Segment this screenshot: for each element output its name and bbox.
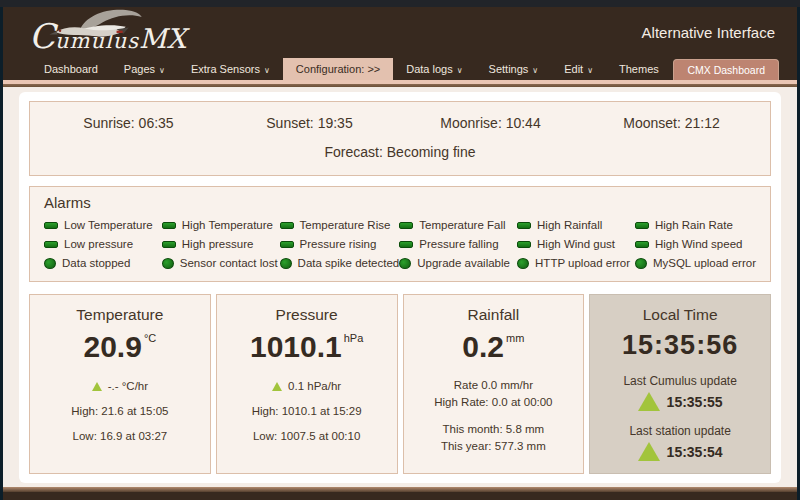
alarm-data-stopped: Data stopped — [44, 257, 162, 269]
led-round-icon — [162, 258, 174, 269]
moonrise-value: Moonrise: 10:44 — [400, 115, 581, 131]
temperature-card-title: Temperature — [36, 306, 204, 324]
led-bar-icon — [635, 241, 649, 248]
alarm-mysql-upload-error: MySQL upload error — [635, 257, 756, 269]
alarm-temperature-rise: Temperature Rise — [280, 219, 400, 231]
cmx-dashboard-button[interactable]: CMX Dashboard — [673, 59, 779, 80]
temperature-trend-text: -.- °C/hr — [108, 380, 148, 392]
nav-item-dashboard[interactable]: Dashboard — [31, 58, 111, 80]
chevron-down-icon: ∨ — [457, 66, 463, 75]
main-area: Sunrise: 06:35 Sunset: 19:35 Moonrise: 1… — [3, 87, 797, 487]
rainfall-unit: mm — [506, 332, 524, 344]
led-bar-icon — [280, 241, 294, 248]
alarm-label: Temperature Fall — [419, 219, 505, 231]
temperature-trend: -.- °C/hr — [36, 380, 204, 392]
alarm-label: High Rainfall — [537, 219, 602, 231]
alarm-label: Data stopped — [62, 257, 130, 269]
rainfall-year: This year: 577.3 mm — [410, 440, 578, 452]
sunrise-label: Sunrise: — [83, 115, 134, 131]
moonset-time: 21:12 — [685, 115, 720, 131]
led-bar-icon — [44, 241, 58, 248]
alarm-temperature-fall: Temperature Fall — [399, 219, 517, 231]
alarms-panel: Alarms Low Temperature High Temperature … — [29, 186, 771, 282]
alarm-label: High Temperature — [182, 219, 273, 231]
sunrise-value: Sunrise: 06:35 — [38, 115, 219, 131]
temperature-number: 20.9 — [84, 330, 142, 363]
alarm-high-wind-gust: High Wind gust — [517, 238, 635, 250]
last-station-update-row: 15:35:54 — [596, 442, 764, 461]
led-round-icon — [280, 258, 292, 269]
alarm-pressure-falling: Pressure falling — [399, 238, 517, 250]
alarm-low-temperature: Low Temperature — [44, 219, 162, 231]
pressure-card: Pressure 1010.1hPa 0.1 hPa/hr High: 1010… — [216, 294, 398, 474]
rainfall-card-title: Rainfall — [410, 306, 578, 324]
alarm-data-spike-detected: Data spike detected — [280, 257, 400, 269]
temperature-high: High: 21.6 at 15:05 — [36, 405, 204, 417]
alarm-label: Upgrade available — [417, 257, 510, 269]
led-bar-icon — [399, 241, 413, 248]
nav-label: Configuration: >> — [296, 63, 380, 75]
led-round-icon — [635, 258, 647, 269]
alarm-high-rainfall: High Rainfall — [517, 219, 635, 231]
alarms-title: Alarms — [44, 194, 756, 211]
alarm-label: Sensor contact lost — [180, 257, 278, 269]
chevron-down-icon: ∨ — [587, 66, 593, 75]
local-time-card: Local Time 15:35:56 Last Cumulus update … — [589, 294, 771, 474]
last-cumulus-update-time: 15:35:55 — [667, 394, 723, 410]
alarm-high-temperature: High Temperature — [162, 219, 280, 231]
nav-label: Themes — [619, 63, 659, 75]
alarm-label: Low pressure — [64, 238, 133, 250]
nav-label: Edit — [564, 63, 583, 75]
led-bar-icon — [517, 241, 531, 248]
chevron-down-icon: ∨ — [264, 66, 270, 75]
nav-label: Pages — [124, 63, 155, 75]
pressure-value: 1010.1hPa — [223, 330, 391, 364]
alarm-upgrade-available: Upgrade available — [399, 257, 517, 269]
nav-item-data-logs[interactable]: Data logs∨ — [393, 58, 475, 80]
alarm-label: Temperature Rise — [300, 219, 391, 231]
nav-item-edit[interactable]: Edit∨ — [551, 58, 606, 80]
pressure-card-title: Pressure — [223, 306, 391, 324]
cumulusmx-logo[interactable]: CumulusMX — [29, 13, 186, 53]
alarm-low-pressure: Low pressure — [44, 238, 162, 250]
alarm-label: Pressure rising — [300, 238, 377, 250]
alarm-label: High pressure — [182, 238, 254, 250]
trend-up-icon — [92, 382, 102, 391]
alarm-high-rain-rate: High Rain Rate — [635, 219, 756, 231]
rainfall-value: 0.2mm — [410, 330, 578, 364]
temperature-card: Temperature 20.9°C -.- °C/hr High: 21.6 … — [29, 294, 211, 474]
pressure-high: High: 1010.1 at 15:29 — [223, 405, 391, 417]
sunset-time: 19:35 — [318, 115, 353, 131]
nav-bar: Dashboard Pages∨ Extra Sensors∨ Configur… — [3, 58, 797, 80]
astro-row: Sunrise: 06:35 Sunset: 19:35 Moonrise: 1… — [38, 115, 762, 131]
alarm-http-upload-error: HTTP upload error — [517, 257, 635, 269]
sunrise-time: 06:35 — [139, 115, 174, 131]
footer: Alternative Interface Powered byCumulusM… — [3, 492, 797, 500]
alarm-label: MySQL upload error — [653, 257, 756, 269]
nav-item-extra-sensors[interactable]: Extra Sensors∨ — [178, 58, 283, 80]
alarm-label: Data spike detected — [298, 257, 400, 269]
alarm-label: Pressure falling — [419, 238, 498, 250]
nav-item-configuration[interactable]: Configuration: >> — [283, 58, 393, 80]
temperature-unit: °C — [144, 332, 156, 344]
header: CumulusMX Alternative Interface — [3, 7, 797, 58]
alarm-label: High Rain Rate — [655, 219, 733, 231]
last-station-update-label: Last station update — [596, 424, 764, 438]
nav-item-themes[interactable]: Themes — [606, 58, 672, 80]
led-bar-icon — [44, 222, 58, 229]
nav-label: Data logs — [406, 63, 452, 75]
moonset-value: Moonset: 21:12 — [581, 115, 762, 131]
sunset-label: Sunset: — [266, 115, 313, 131]
trend-up-icon — [638, 392, 660, 411]
pressure-trend: 0.1 hPa/hr — [223, 380, 391, 392]
nav-label: Settings — [489, 63, 529, 75]
alarm-label: High Wind speed — [655, 238, 743, 250]
led-bar-icon — [162, 222, 176, 229]
led-bar-icon — [162, 241, 176, 248]
alarms-grid: Low Temperature High Temperature Tempera… — [44, 219, 756, 269]
nav-item-settings[interactable]: Settings∨ — [476, 58, 552, 80]
content-container: Sunrise: 06:35 Sunset: 19:35 Moonrise: 1… — [19, 92, 781, 483]
nav-item-pages[interactable]: Pages∨ — [111, 58, 178, 80]
alarm-label: Low Temperature — [64, 219, 153, 231]
nav-label: Extra Sensors — [191, 63, 260, 75]
